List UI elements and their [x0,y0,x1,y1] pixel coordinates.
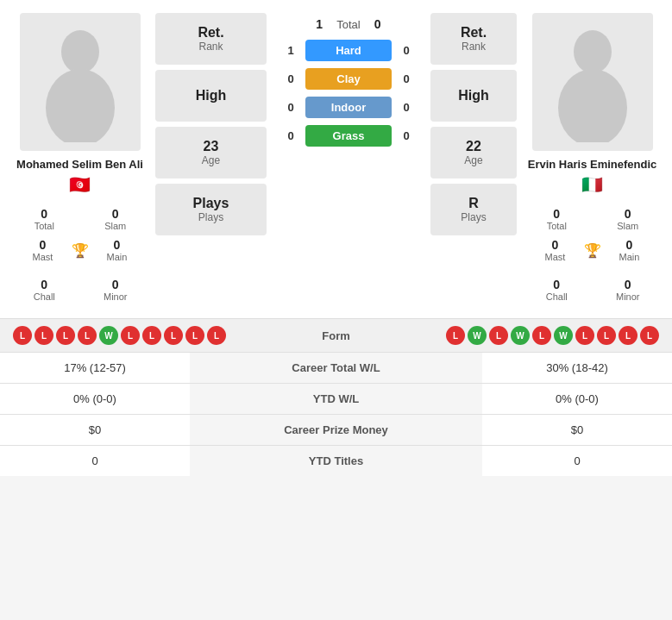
player2-mast-label: Mast [545,252,566,262]
player2-minor-label: Minor [616,291,640,302]
player1-high-panel: High [155,70,267,122]
player1-total-value: 0 [41,207,47,221]
player2-slam-label: Slam [617,221,638,231]
stats-p2-cell: 0% (0-0) [482,384,672,415]
stats-label-cell: Career Total W/L [190,353,482,384]
svg-point-0 [61,30,99,73]
surface-row-hard: 1 Hard 0 [283,40,414,61]
surface-p2-num: 0 [399,129,414,142]
surface-p2-num: 0 [399,44,414,57]
form-badge-l: L [35,326,53,345]
form-badge-w: W [511,326,530,345]
player1-mast-box: 0 Mast [15,235,72,266]
player2-main-label: Main [619,252,640,262]
player1-main-label: Main [107,252,128,262]
player2-minor-box: 0 Minor [593,274,664,305]
player2-chall-label: Chall [546,291,568,302]
player1-mast-label: Mast [33,252,53,262]
player1-trophy: 🏆 [72,239,89,262]
player1-chall-row: 0 Chall 0 Minor [9,274,151,305]
surface-p1-num: 0 [283,72,298,85]
stats-label-cell: YTD Titles [190,446,482,477]
form-badge-l: L [142,326,161,345]
form-badge-w: W [468,326,487,345]
form-badge-l: L [78,326,97,345]
surface-p2-num: 0 [399,72,414,85]
svg-point-3 [558,69,627,142]
stats-label-cell: YTD W/L [190,384,482,415]
form-badge-l: L [446,326,465,345]
player1-form: LLLLWLLLLL [13,326,280,345]
form-badge-l: L [640,326,659,345]
player2-main-value: 0 [626,238,633,252]
form-section: LLLLWLLLLL Form LWLWLWLLLL [0,318,672,352]
player1-plays-value: Plays [193,196,229,211]
player2-form: LWLWLWLLLL [393,326,660,345]
form-badge-w: W [554,326,573,345]
player1-age-panel: 23 Age [155,127,267,178]
player2-mast-value: 0 [552,238,559,252]
center-p1-total: 1 [311,17,328,31]
player1-slam-value: 0 [112,207,119,221]
player1-rank-panel: Ret. Rank [155,13,267,65]
player2-age-panel: 22 Age [430,127,517,178]
surfaces-container: 1 Hard 0 0 Clay 0 0 Indoor 0 0 Grass 0 [283,40,414,153]
surface-btn-clay: Clay [305,68,392,90]
player1-info-col: Ret. Rank High 23 Age Plays Plays [155,13,267,305]
player2-total-box: 0 Total [521,204,593,235]
surface-btn-indoor: Indoor [305,97,392,118]
player1-name: Mohamed Selim Ben Ali [16,158,143,171]
player1-minor-value: 0 [112,278,119,291]
player2-plays-label: Plays [461,211,486,223]
player2-total-label: Total [547,221,567,231]
player1-total-box: 0 Total [9,204,80,235]
player2-high-panel: High [430,70,517,122]
surface-btn-grass: Grass [305,125,392,147]
form-badge-l: L [164,326,183,345]
player2-chall-box: 0 Chall [521,274,593,305]
player1-minor-label: Minor [104,291,128,302]
player2-high-value: High [458,88,489,103]
player2-slam-box: 0 Slam [593,204,664,235]
center-p2-total: 0 [369,17,386,31]
player1-mast-row: 0 Mast 🏆 0 Main [9,235,151,266]
player1-total-label: Total [35,221,54,231]
player1-card: Mohamed Selim Ben Ali 🇹🇳 0 Total 0 Slam … [9,13,151,305]
player2-stats: 0 Total 0 Slam [521,204,663,235]
player2-card: Ervin Haris Eminefendic 🇮🇹 0 Total 0 Sla… [521,13,663,305]
stats-p1-cell: 17% (12-57) [0,353,190,384]
surface-p2-num: 0 [399,101,414,114]
player2-trophy: 🏆 [584,239,601,262]
stats-p1-cell: 0 [0,446,190,477]
player2-rank-panel: Ret. Rank [430,13,517,65]
form-badge-l: L [121,326,140,345]
surface-p1-num: 0 [283,129,298,142]
form-badge-l: L [619,326,637,345]
form-badge-l: L [13,326,32,345]
table-row: 0% (0-0) YTD W/L 0% (0-0) [0,384,672,415]
stats-p2-cell: $0 [482,415,672,446]
total-row: 1 Total 0 [271,17,426,31]
player1-stats: 0 Total 0 Slam [9,204,151,235]
player1-chall-label: Chall [34,291,55,302]
player1-mast-value: 0 [40,238,47,252]
table-row: 17% (12-57) Career Total W/L 30% (18-42) [0,353,672,384]
surface-btn-hard: Hard [305,40,392,61]
player2-age-label: Age [464,154,482,166]
player2-info-col: Ret. Rank High 22 Age R Plays [430,13,517,305]
stats-label-cell: Career Prize Money [190,415,482,446]
player2-mast-box: 0 Mast [527,235,584,266]
player1-chall-box: 0 Chall [9,274,80,305]
player2-total-value: 0 [553,207,560,221]
player2-slam-value: 0 [625,207,631,221]
form-label: Form [285,329,388,342]
table-row: 0 YTD Titles 0 [0,446,672,477]
player2-main-box: 0 Main [601,235,658,266]
player2-flag: 🇮🇹 [581,174,603,195]
stats-p2-cell: 30% (18-42) [482,353,672,384]
table-row: $0 Career Prize Money $0 [0,415,672,446]
player2-avatar [532,13,653,151]
form-badge-l: L [532,326,551,345]
player1-main-box: 0 Main [89,235,146,266]
player1-slam-box: 0 Slam [80,204,152,235]
